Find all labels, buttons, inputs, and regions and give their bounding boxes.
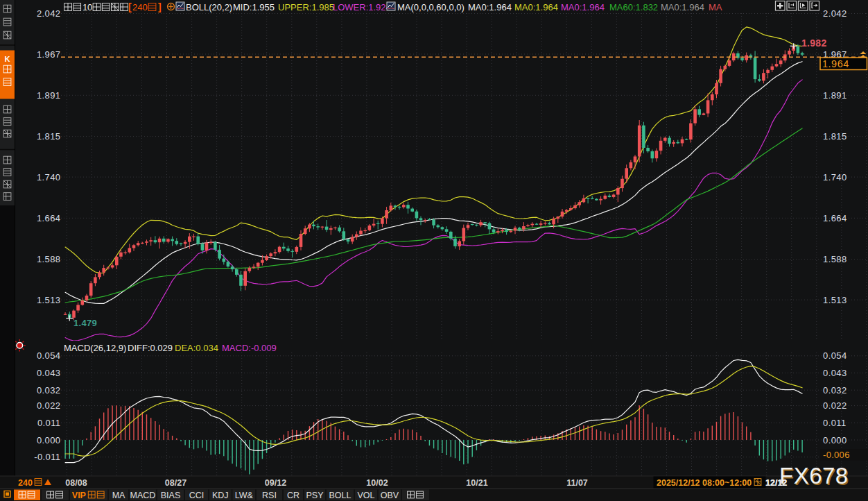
svg-text:0.011: 0.011 bbox=[37, 418, 61, 428]
svg-text:0.043: 0.043 bbox=[37, 368, 61, 378]
svg-text:CCI: CCI bbox=[189, 491, 205, 500]
svg-text:PSY: PSY bbox=[306, 491, 324, 500]
svg-text:LW&: LW& bbox=[235, 491, 254, 500]
svg-text:1.664: 1.664 bbox=[37, 213, 61, 223]
svg-text:0.043: 0.043 bbox=[823, 368, 847, 378]
svg-text:240: 240 bbox=[132, 2, 148, 12]
svg-text:11/07: 11/07 bbox=[566, 478, 588, 488]
svg-text:KDJ: KDJ bbox=[212, 491, 229, 500]
svg-text:0.032: 0.032 bbox=[823, 385, 847, 396]
svg-text:MA0:1.964: MA0:1.964 bbox=[468, 2, 512, 12]
svg-text:K: K bbox=[5, 55, 10, 63]
svg-text:1.513: 1.513 bbox=[37, 295, 61, 305]
svg-text:1.815: 1.815 bbox=[37, 131, 61, 142]
svg-text:1.513: 1.513 bbox=[823, 295, 847, 305]
svg-text:1.891: 1.891 bbox=[37, 90, 61, 101]
svg-text:MA0:1.964: MA0:1.964 bbox=[514, 2, 558, 12]
svg-text:0.054: 0.054 bbox=[37, 350, 61, 361]
svg-text:1.479: 1.479 bbox=[73, 318, 97, 328]
svg-text:0.032: 0.032 bbox=[37, 385, 61, 396]
svg-text:1.664: 1.664 bbox=[823, 213, 847, 223]
svg-text:MID:1.955: MID:1.955 bbox=[233, 2, 275, 12]
svg-text:12/12: 12/12 bbox=[765, 478, 787, 488]
svg-text:DIFF:0.029: DIFF:0.029 bbox=[128, 343, 173, 353]
svg-text:[: [ bbox=[128, 1, 132, 12]
svg-text:VOL: VOL bbox=[357, 491, 374, 500]
svg-text:MA0:1.964: MA0:1.964 bbox=[661, 2, 704, 12]
svg-text:1.588: 1.588 bbox=[823, 254, 847, 264]
svg-text:MA(0,0,0,60,0,0): MA(0,0,0,60,0,0) bbox=[397, 2, 465, 12]
svg-text:08/27: 08/27 bbox=[165, 478, 186, 488]
svg-text:]: ] bbox=[158, 1, 162, 12]
svg-text:MACD: MACD bbox=[130, 491, 156, 500]
svg-text:0.054: 0.054 bbox=[823, 350, 847, 361]
svg-text:MACD:-0.009: MACD:-0.009 bbox=[222, 343, 277, 353]
svg-text:1.967: 1.967 bbox=[37, 49, 61, 60]
svg-text:MA: MA bbox=[112, 491, 125, 500]
svg-text:0.000: 0.000 bbox=[823, 435, 847, 445]
svg-text:1.815: 1.815 bbox=[823, 131, 847, 142]
svg-text:MA60:1.832: MA60:1.832 bbox=[609, 2, 658, 12]
svg-text:1.891: 1.891 bbox=[823, 90, 847, 101]
svg-text:0.000: 0.000 bbox=[37, 435, 61, 445]
svg-text:-0.006: -0.006 bbox=[823, 450, 850, 460]
svg-text:VIP: VIP bbox=[72, 491, 86, 500]
svg-text:BIAS: BIAS bbox=[161, 491, 181, 500]
svg-text:FX678: FX678 bbox=[779, 463, 849, 489]
svg-text:08/08: 08/08 bbox=[65, 478, 87, 488]
svg-text:OBV: OBV bbox=[381, 491, 399, 500]
svg-text:10/02: 10/02 bbox=[366, 478, 388, 488]
svg-text:0.022: 0.022 bbox=[37, 400, 61, 411]
svg-text:0.011: 0.011 bbox=[823, 418, 847, 428]
svg-text:2.042: 2.042 bbox=[823, 8, 847, 19]
svg-text:09/12: 09/12 bbox=[265, 478, 286, 488]
svg-text:1.588: 1.588 bbox=[37, 254, 61, 264]
svg-text:2025/12/12 08:00~12:00: 2025/12/12 08:00~12:00 bbox=[657, 478, 752, 488]
svg-text:10: 10 bbox=[83, 2, 92, 12]
svg-text:UPPER:1.985: UPPER:1.985 bbox=[278, 2, 334, 12]
svg-text:BOLL: BOLL bbox=[329, 491, 351, 500]
svg-text:1.964: 1.964 bbox=[822, 58, 849, 69]
svg-text:-0.011: -0.011 bbox=[34, 452, 60, 462]
svg-text:MA: MA bbox=[709, 2, 722, 12]
svg-text:MACD(26,12,9): MACD(26,12,9) bbox=[64, 343, 126, 353]
svg-text:DEA:0.034: DEA:0.034 bbox=[175, 343, 218, 353]
svg-text:BOLL(20,2): BOLL(20,2) bbox=[186, 2, 232, 12]
svg-text:240: 240 bbox=[18, 478, 33, 488]
svg-text:10/21: 10/21 bbox=[466, 478, 487, 488]
svg-text:2.042: 2.042 bbox=[37, 8, 61, 19]
svg-text:MA0:1.964: MA0:1.964 bbox=[561, 2, 605, 12]
svg-text:CR: CR bbox=[287, 491, 300, 500]
svg-text:LOWER:1.924: LOWER:1.924 bbox=[333, 2, 391, 12]
svg-text:1.982: 1.982 bbox=[801, 37, 827, 49]
svg-text:RSI: RSI bbox=[262, 491, 277, 500]
svg-text:1.740: 1.740 bbox=[37, 172, 61, 182]
svg-text:1.740: 1.740 bbox=[823, 172, 847, 182]
svg-text:0.022: 0.022 bbox=[823, 400, 847, 411]
